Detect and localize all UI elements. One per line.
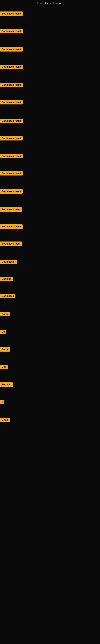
- bottleneck-badge-9[interactable]: Bottleneck result: [0, 154, 23, 158]
- result-item: Bottleneck result: [0, 100, 23, 105]
- bottleneck-badge-4[interactable]: Bottleneck result: [0, 64, 23, 69]
- bottleneck-badge-5[interactable]: Bottleneck result: [0, 83, 23, 87]
- result-item: Bottleneck result: [0, 189, 23, 194]
- bottleneck-badge-20[interactable]: Bottle: [0, 347, 10, 352]
- bottleneck-badge-15[interactable]: Bottleneck r: [0, 260, 17, 264]
- result-item: Bottleneck resul: [0, 207, 22, 212]
- result-item: Bott: [0, 365, 8, 370]
- result-item: Bottleneck: [0, 294, 15, 299]
- result-item: Bottlene: [0, 277, 13, 282]
- bottleneck-badge-16[interactable]: Bottlene: [0, 277, 13, 281]
- bottleneck-badge-21[interactable]: Bott: [0, 365, 8, 369]
- bottleneck-badge-18[interactable]: Bottle: [0, 312, 10, 316]
- result-item: Bottleneck result: [0, 83, 23, 88]
- bottleneck-badge-19[interactable]: Bo: [0, 330, 6, 334]
- bottleneck-badge-1[interactable]: Bottleneck result: [0, 12, 23, 16]
- bottleneck-badge-22[interactable]: Bottlene: [0, 382, 13, 387]
- result-item: Bottleneck r: [0, 260, 17, 265]
- bottleneck-badge-8[interactable]: Bottleneck result: [0, 136, 23, 140]
- result-item: Bottleneck result: [0, 171, 23, 176]
- result-item: Bottleneck result: [0, 64, 23, 70]
- bottleneck-badge-14[interactable]: Bottleneck resul: [0, 242, 22, 246]
- bottleneck-badge-6[interactable]: Bottleneck result: [0, 100, 23, 104]
- result-item: B: [0, 400, 4, 405]
- result-item: Bottleneck result: [0, 12, 23, 17]
- bottleneck-badge-10[interactable]: Bottleneck result: [0, 171, 23, 176]
- result-item: Bottleneck result: [0, 154, 23, 159]
- result-item: Bottlene: [0, 382, 13, 388]
- result-item: Bottleneck result: [0, 29, 23, 34]
- result-item: Bottleneck result: [0, 136, 23, 141]
- bottleneck-badge-11[interactable]: Bottleneck result: [0, 189, 23, 194]
- bottleneck-badge-17[interactable]: Bottleneck: [0, 294, 15, 298]
- bottleneck-badge-13[interactable]: Bottleneck result: [0, 224, 23, 229]
- bottleneck-badge-12[interactable]: Bottleneck resul: [0, 207, 22, 212]
- bottleneck-badge-7[interactable]: Bottleneck result: [0, 119, 23, 123]
- bottleneck-badge-24[interactable]: Bottle: [0, 418, 10, 422]
- bottleneck-badge-3[interactable]: Bottleneck result: [0, 47, 23, 52]
- result-item: Bottleneck resul: [0, 242, 22, 247]
- result-item: Bottleneck result: [0, 224, 23, 230]
- site-title: TheBottlenecker.com: [0, 0, 100, 6]
- result-item: Bottle: [0, 312, 10, 317]
- result-item: Bottle: [0, 347, 10, 352]
- result-item: Bottleneck result: [0, 119, 23, 124]
- bottleneck-badge-2[interactable]: Bottleneck result: [0, 29, 23, 34]
- result-item: Bottle: [0, 418, 10, 423]
- bottleneck-badge-23[interactable]: B: [0, 400, 4, 404]
- result-item: Bottleneck result: [0, 47, 23, 52]
- result-item: Bo: [0, 330, 6, 335]
